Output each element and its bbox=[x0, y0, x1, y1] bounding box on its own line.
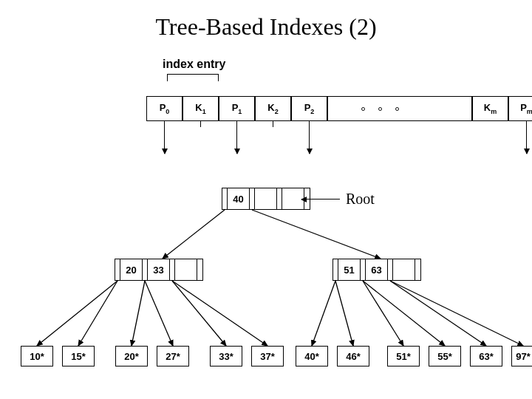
tick-icon bbox=[200, 121, 201, 127]
leaf-node: 37* bbox=[251, 346, 284, 366]
internal-left-k1: 20 bbox=[120, 259, 143, 280]
svg-line-0 bbox=[163, 210, 225, 259]
arrow-left-icon bbox=[301, 199, 340, 200]
internal-left-k2: 33 bbox=[148, 259, 170, 280]
root-label: Root bbox=[346, 191, 375, 208]
leaf-node: 20* bbox=[115, 346, 148, 366]
svg-line-6 bbox=[172, 281, 226, 346]
leaf-node: 33* bbox=[210, 346, 242, 366]
internal-left-node: 20 33 bbox=[115, 259, 203, 281]
arrow-down-icon bbox=[164, 121, 165, 154]
entry-k2: K2 bbox=[255, 96, 291, 121]
root-node: 40 bbox=[222, 188, 310, 210]
index-entry-label: index entry bbox=[163, 58, 225, 71]
svg-line-9 bbox=[335, 281, 353, 346]
svg-line-11 bbox=[363, 281, 445, 346]
svg-line-2 bbox=[37, 281, 117, 346]
index-entry-row: P0 K1 P1 K2 P2 Km Pm bbox=[146, 96, 532, 121]
tick-icon bbox=[273, 121, 273, 127]
bracket-icon bbox=[167, 74, 219, 81]
svg-line-1 bbox=[252, 210, 381, 259]
arrow-down-icon bbox=[526, 121, 527, 154]
entry-km: Km bbox=[472, 96, 508, 121]
leaf-node: 46* bbox=[337, 346, 369, 366]
svg-line-12 bbox=[390, 281, 486, 346]
entry-p2: P2 bbox=[291, 96, 327, 121]
leaf-node: 97* bbox=[511, 346, 532, 366]
internal-right-k1: 51 bbox=[338, 259, 361, 280]
leaf-node: 40* bbox=[296, 346, 328, 366]
svg-line-13 bbox=[390, 281, 523, 346]
arrow-down-icon bbox=[309, 121, 310, 154]
entry-p1: P1 bbox=[219, 96, 255, 121]
leaf-node: 27* bbox=[157, 346, 189, 366]
leaf-node: 51* bbox=[387, 346, 420, 366]
internal-right-k2: 63 bbox=[366, 259, 388, 280]
leaf-node: 63* bbox=[470, 346, 502, 366]
svg-line-8 bbox=[312, 281, 335, 346]
entry-k1: K1 bbox=[183, 96, 219, 121]
ellipsis-dot-icon bbox=[361, 107, 365, 111]
ellipsis-dot-icon bbox=[395, 107, 399, 111]
svg-line-10 bbox=[363, 281, 403, 346]
internal-right-node: 51 63 bbox=[332, 259, 421, 281]
entry-ellipsis bbox=[327, 96, 472, 121]
root-key: 40 bbox=[228, 188, 250, 209]
svg-line-5 bbox=[145, 281, 173, 346]
entry-pm: Pm bbox=[508, 96, 532, 121]
svg-line-3 bbox=[78, 281, 117, 346]
svg-line-7 bbox=[172, 281, 267, 346]
leaf-node: 15* bbox=[62, 346, 95, 366]
svg-line-4 bbox=[132, 281, 145, 346]
ellipsis-dot-icon bbox=[378, 107, 382, 111]
entry-p0: P0 bbox=[146, 96, 183, 121]
page-title: Tree-Based Indexes (2) bbox=[0, 13, 532, 41]
leaf-node: 55* bbox=[429, 346, 461, 366]
arrow-down-icon bbox=[236, 121, 237, 154]
leaf-node: 10* bbox=[21, 346, 53, 366]
